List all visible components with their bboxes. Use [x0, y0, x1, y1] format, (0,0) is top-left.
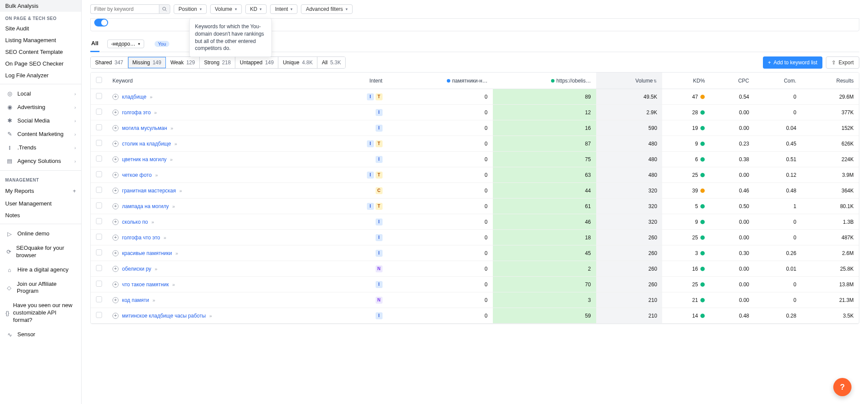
row-checkbox[interactable]	[96, 312, 102, 318]
sidebar-item-my-reports[interactable]: My Reports +	[0, 184, 81, 198]
sidebar-footer-item[interactable]: ◇Join our Affiliate Program	[0, 277, 81, 299]
sidebar-item-advertising[interactable]: ◉Advertising›	[0, 100, 81, 114]
filter-pill-advanced-filters[interactable]: Advanced filters▾	[301, 4, 352, 14]
expand-keyword-button[interactable]: +	[112, 235, 119, 241]
sidebar-footer-item[interactable]: ⌂Hire a digital agency	[0, 263, 81, 277]
intent-cell: IT	[339, 203, 383, 210]
col-com[interactable]: Com.	[754, 73, 802, 89]
expand-keyword-button[interactable]: +	[112, 203, 119, 209]
segment-missing[interactable]: Missing149	[128, 57, 166, 68]
table-row: + гранитная мастерская » C 0 44 320 39 0…	[91, 183, 859, 199]
keyword-link[interactable]: кладбище	[122, 94, 146, 100]
row-checkbox[interactable]	[96, 249, 102, 255]
filter-pill-kd[interactable]: KD▾	[245, 4, 267, 14]
tab-all[interactable]: All	[90, 36, 99, 52]
expand-keyword-button[interactable]: +	[112, 281, 119, 288]
expand-keyword-button[interactable]: +	[112, 141, 119, 147]
expand-keyword-button[interactable]: +	[112, 125, 119, 131]
sidebar-footer-item[interactable]: {}Have you seen our new customizable API…	[0, 298, 81, 328]
col-comp2[interactable]: https://obelis…	[493, 73, 596, 89]
filter-keyword-input[interactable]	[90, 4, 159, 14]
expand-keyword-button[interactable]: +	[112, 313, 119, 319]
keyword-link[interactable]: голгофа это	[122, 109, 151, 116]
expand-keyword-button[interactable]: +	[112, 266, 119, 272]
row-checkbox[interactable]	[96, 202, 102, 209]
sidebar-item-log-analyzer[interactable]: Log File Analyzer	[0, 70, 81, 81]
sidebar-item-site-audit[interactable]: Site Audit	[0, 23, 81, 34]
expand-keyword-button[interactable]: +	[112, 156, 119, 162]
keyword-link[interactable]: сколько по	[122, 219, 148, 225]
select-all-checkbox[interactable]	[96, 77, 102, 83]
keyword-link[interactable]: цветник на могилу	[122, 156, 166, 162]
sidebar-footer-item[interactable]: ▷Online demo	[0, 227, 81, 241]
sidebar-item-onpage-checker[interactable]: On Page SEO Checker	[0, 58, 81, 70]
help-fab-button[interactable]: ?	[833, 378, 851, 396]
filter-pill-position[interactable]: Position▾	[174, 4, 207, 14]
keyword-link[interactable]: митинское кладбище часы работы	[122, 313, 206, 319]
keyword-link[interactable]: голгофа что это	[122, 235, 160, 241]
row-checkbox[interactable]	[96, 171, 102, 177]
sidebar-item-seo-template[interactable]: SEO Content Template	[0, 46, 81, 58]
keyword-link[interactable]: что такое памятник	[122, 281, 169, 288]
sidebar-item-listing[interactable]: Listing Management	[0, 34, 81, 46]
domain-selector[interactable]: -недоро… ▾	[107, 40, 144, 48]
panel-toggle[interactable]	[94, 19, 108, 26]
add-to-keyword-list-button[interactable]: + Add to keyword list	[763, 56, 823, 69]
segment-shared[interactable]: Shared347	[91, 57, 128, 68]
sidebar-footer-item[interactable]: ⟳SEOquake for your browser	[0, 241, 81, 263]
keyword-link[interactable]: гранитная мастерская	[122, 188, 176, 194]
col-intent[interactable]: Intent	[334, 73, 388, 89]
filter-pill-volume[interactable]: Volume▾	[210, 4, 242, 14]
segment-unique[interactable]: Unique4.8K	[278, 57, 317, 68]
segment-all[interactable]: All5.3K	[317, 57, 345, 68]
col-cpc[interactable]: CPC	[710, 73, 754, 89]
expand-keyword-button[interactable]: +	[112, 94, 119, 100]
col-kd[interactable]: KD%	[662, 73, 710, 89]
keyword-link[interactable]: столик на кладбище	[122, 141, 171, 147]
sidebar-item-content-marketing[interactable]: ✎Content Marketing›	[0, 127, 81, 141]
col-keyword[interactable]: Keyword	[107, 73, 334, 89]
row-checkbox[interactable]	[96, 265, 102, 271]
row-checkbox[interactable]	[96, 156, 102, 162]
sidebar-item-social-media[interactable]: ✱Social Media›	[0, 114, 81, 127]
keyword-link[interactable]: красивые памятники	[122, 250, 172, 256]
row-checkbox[interactable]	[96, 296, 102, 302]
expand-keyword-button[interactable]: +	[112, 109, 119, 116]
filter-pill-intent[interactable]: Intent▾	[270, 4, 297, 14]
filter-search-button[interactable]	[159, 4, 170, 14]
sidebar-item-local[interactable]: ◎Local›	[0, 87, 81, 100]
sidebar-item-notes[interactable]: Notes	[0, 209, 81, 221]
segment-strong[interactable]: Strong218	[200, 57, 235, 68]
segment-untapped[interactable]: Untapped149	[235, 57, 278, 68]
sidebar-footer-item[interactable]: ∿Sensor	[0, 328, 81, 342]
expand-keyword-button[interactable]: +	[112, 188, 119, 194]
sidebar-item--trends[interactable]: ⫿.Trends›	[0, 141, 81, 154]
keyword-link[interactable]: обелиски ру	[122, 266, 151, 272]
col-comp1[interactable]: памятники-н…	[388, 73, 493, 89]
expand-keyword-button[interactable]: +	[112, 250, 119, 256]
expand-keyword-button[interactable]: +	[112, 219, 119, 225]
col-results[interactable]: Results	[802, 73, 859, 89]
kd-dot-icon	[700, 267, 705, 271]
export-button[interactable]: ⇪ Export	[826, 56, 859, 69]
expand-keyword-button[interactable]: +	[112, 297, 119, 303]
sidebar-item-agency-solutions[interactable]: ▤Agency Solutions›	[0, 154, 81, 168]
row-checkbox[interactable]	[96, 234, 102, 240]
add-report-icon[interactable]: +	[73, 188, 76, 194]
keyword-link[interactable]: могила мусульман	[122, 125, 167, 131]
segment-weak[interactable]: Weak129	[166, 57, 200, 68]
row-checkbox[interactable]	[96, 281, 102, 287]
col-volume[interactable]: Volume⇅	[596, 73, 663, 89]
row-checkbox[interactable]	[96, 109, 102, 115]
keyword-link[interactable]: четкое фото	[122, 172, 152, 178]
row-checkbox[interactable]	[96, 124, 102, 130]
row-checkbox[interactable]	[96, 218, 102, 224]
sidebar-item-user-mgmt[interactable]: User Management	[0, 198, 81, 209]
keyword-link[interactable]: код памяти	[122, 297, 149, 303]
sidebar-item-bulk-analysis[interactable]: Bulk Analysis	[0, 0, 81, 12]
expand-keyword-button[interactable]: +	[112, 172, 119, 178]
row-checkbox[interactable]	[96, 93, 102, 99]
row-checkbox[interactable]	[96, 140, 102, 146]
keyword-link[interactable]: лампада на могилу	[122, 203, 169, 209]
row-checkbox[interactable]	[96, 187, 102, 193]
